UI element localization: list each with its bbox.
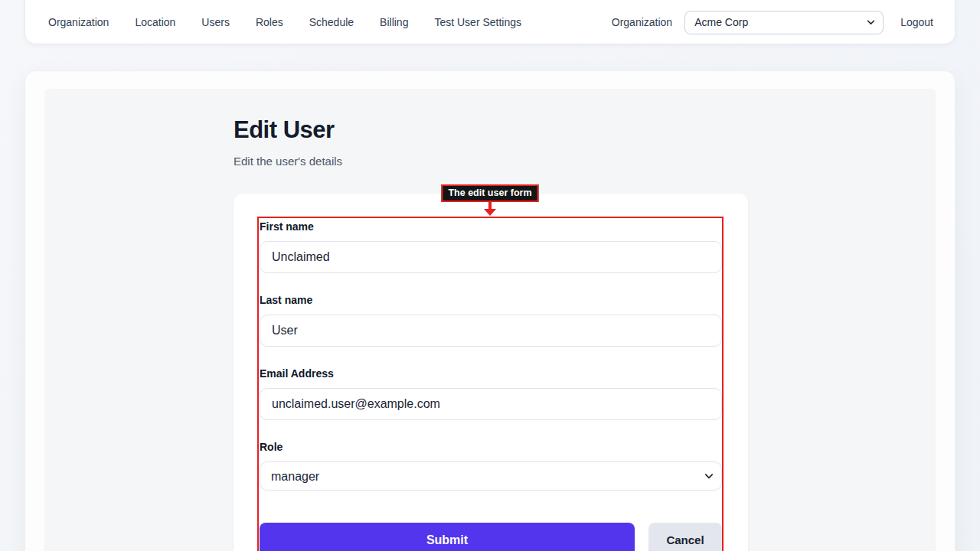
- field-first-name: First name: [260, 220, 722, 273]
- edit-user-form: First name Last name Email Address Role …: [260, 220, 722, 551]
- edit-user-form-card: First name Last name Email Address Role …: [234, 194, 748, 551]
- field-role: Role manager: [260, 441, 722, 491]
- org-switcher-label: Organization: [612, 16, 672, 28]
- nav-item-roles[interactable]: Roles: [256, 16, 283, 28]
- cancel-button[interactable]: Cancel: [648, 523, 722, 551]
- annotation-label: The edit user form: [441, 184, 538, 202]
- org-switcher-select[interactable]: Acme Corp: [684, 11, 884, 34]
- last-name-input[interactable]: [260, 315, 722, 347]
- logout-link[interactable]: Logout: [900, 16, 933, 28]
- email-label: Email Address: [260, 367, 722, 380]
- submit-button[interactable]: Submit: [260, 523, 635, 551]
- org-switcher: Acme Corp: [684, 11, 884, 34]
- field-email: Email Address: [260, 367, 722, 420]
- form-actions: Submit Cancel: [260, 523, 722, 551]
- nav-item-location[interactable]: Location: [135, 16, 175, 28]
- annotation-arrowhead-icon: [484, 209, 496, 216]
- page-title: Edit User: [234, 116, 335, 144]
- nav-item-organization[interactable]: Organization: [48, 16, 109, 28]
- field-last-name: Last name: [260, 294, 722, 347]
- role-label: Role: [260, 441, 722, 453]
- email-input[interactable]: [260, 388, 722, 420]
- nav-item-billing[interactable]: Billing: [380, 16, 408, 28]
- nav-right-controls: Organization Acme Corp Logout: [612, 11, 933, 34]
- top-nav-bar: Organization Location Users Roles Schedu…: [24, 0, 956, 44]
- main-content-card: Edit User Edit the user's details First …: [24, 70, 956, 551]
- role-select[interactable]: manager: [260, 461, 722, 491]
- nav-item-schedule[interactable]: Schedule: [309, 16, 354, 28]
- page-subtitle: Edit the user's details: [234, 155, 342, 168]
- first-name-label: First name: [260, 220, 722, 233]
- nav-item-test-user-settings[interactable]: Test User Settings: [434, 16, 521, 28]
- role-select-wrap: manager: [260, 461, 722, 491]
- last-name-label: Last name: [260, 294, 722, 306]
- first-name-input[interactable]: [260, 241, 722, 273]
- nav-menu: Organization Location Users Roles Schedu…: [48, 16, 521, 28]
- content-panel: Edit User Edit the user's details First …: [44, 89, 936, 551]
- nav-item-users[interactable]: Users: [201, 16, 230, 28]
